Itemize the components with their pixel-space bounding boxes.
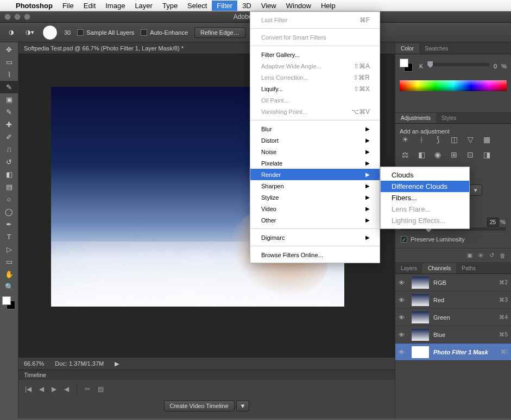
zoom-tool[interactable]: 🔍 [0,281,18,293]
type-tool[interactable]: T [0,231,18,243]
render-submenu-item[interactable]: Fibers... [381,192,469,203]
tool-preset-icon[interactable]: ◑ [5,27,17,39]
gradient-tool[interactable]: ▤ [0,181,18,193]
dodge-tool[interactable]: ◯ [0,206,18,218]
menu-filter[interactable]: Filter [212,1,237,11]
prev-frame-icon[interactable]: ◀ [39,385,44,393]
balance-icon[interactable]: ⚖ [400,150,411,160]
delete-icon[interactable]: 🗑 [500,252,506,259]
pen-tool[interactable]: ✒ [0,218,18,231]
scissors-icon[interactable]: ✂ [85,385,90,393]
minimize-icon[interactable] [14,14,21,20]
channels-tab[interactable]: Channels [422,263,456,273]
filter-menu-item[interactable]: Noise▶ [250,146,380,157]
menu-3d[interactable]: 3D [237,1,256,11]
channel-row[interactable]: 👁Red⌘3 [395,291,511,309]
channel-row[interactable]: 👁Blue⌘5 [395,326,511,343]
bw-icon[interactable]: ◧ [416,150,427,160]
density-value[interactable]: 25 [487,218,499,227]
zoom-value[interactable]: 66.67% [24,360,44,367]
menu-edit[interactable]: Edit [79,1,100,11]
hue-icon[interactable]: ▦ [481,135,492,144]
filter-menu-item[interactable]: Other▶ [250,214,380,226]
transition-icon[interactable]: ▤ [98,385,104,393]
move-tool[interactable]: ✥ [0,43,18,56]
filter-menu-item[interactable]: Stylize▶ [250,192,380,203]
adjustments-tab[interactable]: Adjustments [395,113,436,123]
filter-menu-item[interactable]: Video▶ [250,203,380,214]
eyedropper-tool[interactable]: ✎ [0,106,18,118]
reset-icon[interactable]: ↺ [489,252,494,259]
render-submenu-item[interactable]: Clouds [381,169,469,181]
timeline-dropdown-button[interactable]: ▼ [236,400,250,411]
eye-icon[interactable]: 👁 [399,332,407,338]
visibility-icon[interactable]: 👁 [478,252,484,259]
filter-menu-item[interactable]: Digimarc▶ [250,232,380,243]
filter-menu-item[interactable]: Filter Gallery... [250,49,380,60]
eye-icon[interactable]: 👁 [399,297,407,303]
brush-options-icon[interactable]: ◑▾ [24,27,36,39]
filter-menu-item[interactable]: Pixelate▶ [250,157,380,169]
timeline-tab[interactable]: Timeline [24,372,46,378]
first-frame-icon[interactable]: |◀ [25,385,31,393]
exposure-icon[interactable]: ◫ [449,135,459,144]
sample-all-layers-checkbox[interactable]: Sample All Layers [77,29,134,36]
stamp-tool[interactable]: ⎍ [0,143,18,156]
channel-row[interactable]: 👁Green⌘4 [395,309,511,326]
blur-tool[interactable]: ○ [0,193,18,206]
invert-icon[interactable]: ◨ [481,150,492,160]
path-selection-tool[interactable]: ▷ [0,243,18,256]
quick-select-tool[interactable]: ✎ [0,81,18,93]
eye-icon[interactable]: 👁 [399,314,407,321]
color-tab[interactable]: Color [395,43,419,54]
channel-row[interactable]: 👁Photo Filter 1 Mask⌘\ [395,343,511,361]
swatches-tab[interactable]: Swatches [419,43,453,54]
history-brush-tool[interactable]: ↺ [0,156,18,168]
eye-icon[interactable]: 👁 [399,349,407,355]
menu-select[interactable]: Select [182,1,212,11]
styles-tab[interactable]: Styles [436,113,462,123]
color-swatch[interactable] [0,295,18,313]
filter-menu-item[interactable]: Liquify...⇧⌘X [250,83,380,94]
layers-tab[interactable]: Layers [395,263,422,273]
mixer-icon[interactable]: ⊞ [449,150,459,160]
filter-menu-item[interactable]: Render▶ [250,169,380,180]
menu-view[interactable]: View [256,1,281,11]
eye-icon[interactable]: 👁 [399,279,407,286]
marquee-tool[interactable]: ▭ [0,56,18,68]
levels-icon[interactable]: ⟊ [416,135,427,144]
brush-tool[interactable]: ✐ [0,131,18,143]
lookup-icon[interactable]: ⊡ [465,150,476,160]
play-icon[interactable]: ▶ [52,385,56,393]
lasso-tool[interactable]: ⌇ [0,68,18,81]
refine-edge-button[interactable]: Refine Edge… [194,27,245,38]
healing-tool[interactable]: ✚ [0,118,18,131]
k-value[interactable]: 0 [494,63,497,69]
color-ramp[interactable] [400,80,507,91]
shape-tool[interactable]: ▭ [0,256,18,268]
menu-image[interactable]: Image [100,1,130,11]
menu-app[interactable]: Photoshop [11,1,58,11]
filter-menu-item[interactable]: Blur▶ [250,123,380,135]
menu-window[interactable]: Window [281,1,316,11]
menu-layer[interactable]: Layer [130,1,157,11]
create-video-timeline-button[interactable]: Create Video Timeline [164,400,235,411]
next-frame-icon[interactable]: ◀ [64,385,69,393]
menu-type[interactable]: Type [157,1,182,11]
curves-icon[interactable]: ⟆ [432,135,443,144]
preserve-luminosity-checkbox[interactable]: ✓Preserve Luminosity [401,236,506,243]
filter-menu-item[interactable]: Browse Filters Online... [250,249,380,260]
close-icon[interactable] [4,14,11,20]
channel-row[interactable]: 👁RGB⌘2 [395,274,511,291]
auto-enhance-checkbox[interactable]: Auto-Enhance [141,29,188,36]
zoom-icon[interactable] [24,14,30,20]
filter-menu-item[interactable]: Distort▶ [250,135,380,146]
menu-file[interactable]: File [58,1,79,11]
menu-help[interactable]: Help [316,1,340,11]
status-arrow-icon[interactable]: ▶ [115,360,119,367]
fg-bg-swatch[interactable] [400,59,415,74]
vibrance-icon[interactable]: ▽ [465,135,476,144]
brush-swatch[interactable] [42,25,58,40]
hand-tool[interactable]: ✋ [0,268,18,281]
photo-filter-icon[interactable]: ◉ [432,150,443,160]
